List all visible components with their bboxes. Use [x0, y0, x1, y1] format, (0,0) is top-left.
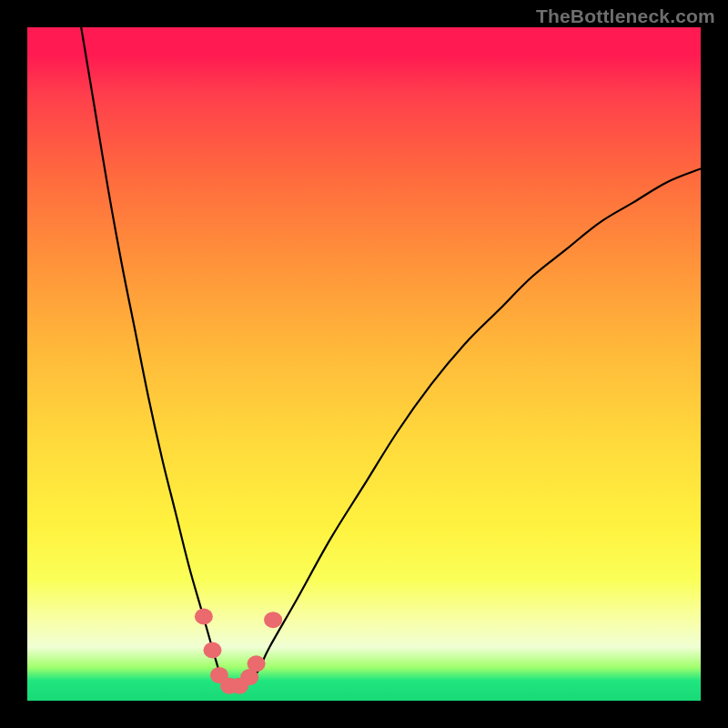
- bottleneck-curve-svg: [27, 27, 701, 701]
- chart-plot-area: [27, 27, 701, 701]
- curve-marker: [248, 655, 266, 672]
- curve-marker: [204, 642, 222, 659]
- bottleneck-curve: [81, 27, 701, 689]
- curve-marker: [195, 609, 213, 625]
- curve-markers: [195, 609, 282, 694]
- curve-marker: [264, 612, 282, 628]
- chart-frame: TheBottleneck.com: [0, 0, 728, 728]
- watermark-label: TheBottleneck.com: [536, 5, 715, 27]
